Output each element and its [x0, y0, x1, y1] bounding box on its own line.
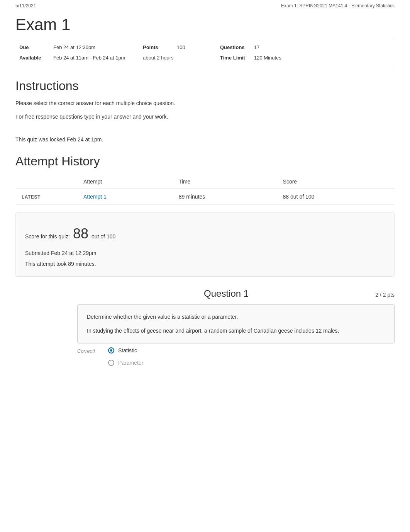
top-bar: 5/11/2021 Exam 1: SPRING2021.MA141.4 - E… — [0, 0, 410, 12]
attempt-score: 88 out of 100 — [277, 189, 395, 205]
quiz-locked: This quiz was locked Feb 24 at 1pm. — [15, 136, 395, 143]
col-header-attempt: Attempt — [77, 175, 173, 189]
about-time: about 2 hours — [143, 55, 220, 61]
attempt-link-cell[interactable]: Attempt 1 — [77, 189, 173, 205]
attempt-table: Attempt Time Score LATEST Attempt 1 89 m… — [15, 175, 395, 205]
answer-options: Statistic Parameter — [108, 347, 395, 372]
attempt-link[interactable]: Attempt 1 — [83, 194, 107, 200]
table-row: LATEST Attempt 1 89 minutes 88 out of 10… — [15, 189, 395, 205]
attempt-history-title: Attempt History — [15, 154, 395, 168]
timelimit-value: 120 Minutes — [254, 55, 391, 61]
due-label: Due — [19, 44, 50, 50]
timelimit-col: Time Limit 120 Minutes — [220, 55, 391, 61]
option-statistic-text: Statistic — [118, 347, 137, 354]
answer-area: Correct! Statistic Parameter — [77, 347, 395, 372]
due-value: Feb 24 at 12:30pm — [53, 44, 143, 50]
questions-label: Questions — [220, 44, 251, 50]
attempt-table-header: Attempt Time Score — [15, 175, 395, 189]
instructions-title: Instructions — [15, 79, 395, 93]
question-1-pts: 2 / 2 pts — [375, 292, 395, 298]
question-1-body1: Determine whether the given value is a s… — [87, 313, 385, 321]
page-content: Exam 1 Due Feb 24 at 12:30pm Points 100 … — [0, 12, 410, 388]
attempt-time: 89 minutes — [173, 189, 277, 205]
instructions-line1: Please select the correct answer for eac… — [15, 99, 395, 107]
col-header-score: Score — [277, 175, 395, 189]
score-took: This attempt took 89 minutes. — [25, 258, 385, 269]
col-header-time: Time — [173, 175, 277, 189]
instructions-line2: For free response questions type in your… — [15, 113, 395, 121]
available-value: Feb 24 at 11am - Feb 24 at 1pm — [53, 55, 143, 61]
question-1-body: Determine whether the given value is a s… — [77, 304, 395, 372]
top-date: 5/11/2021 — [15, 3, 36, 8]
score-main: Score for this quiz: 88 out of 100 — [25, 220, 385, 248]
top-course: Exam 1: SPRING2021.MA141.4 - Elementary … — [281, 3, 395, 8]
due-col: Due Feb 24 at 12:30pm — [19, 44, 143, 50]
available-label: Available — [19, 55, 50, 61]
questions-value: 17 — [254, 44, 391, 50]
correct-label: Correct! — [77, 347, 100, 354]
question-1-box: Determine whether the given value is a s… — [77, 304, 395, 343]
available-col: Available Feb 24 at 11am - Feb 24 at 1pm — [19, 55, 143, 61]
points-col: Points 100 — [143, 44, 220, 50]
attempt-history-section: Attempt History Attempt Time Score LATES… — [15, 154, 395, 205]
info-row-1: Due Feb 24 at 12:30pm Points 100 Questio… — [15, 42, 395, 53]
score-summary: Score for this quiz: 88 out of 100 Submi… — [15, 212, 395, 277]
option-parameter[interactable]: Parameter — [108, 360, 395, 366]
question-1-header: Question 1 2 / 2 pts — [15, 288, 395, 299]
score-out-of: out of 100 — [91, 231, 115, 242]
timelimit-label: Time Limit — [220, 55, 251, 61]
latest-label: LATEST — [15, 189, 77, 205]
points-label: Points — [143, 44, 174, 50]
exam-title: Exam 1 — [15, 15, 395, 34]
info-table: Due Feb 24 at 12:30pm Points 100 Questio… — [15, 38, 395, 67]
option-statistic[interactable]: Statistic — [108, 347, 395, 354]
score-number: 88 — [73, 220, 88, 248]
points-value: 100 — [177, 44, 220, 50]
question-1-section: Question 1 2 / 2 pts Determine whether t… — [15, 288, 395, 372]
info-row-2: Available Feb 24 at 11am - Feb 24 at 1pm… — [15, 53, 395, 63]
option-parameter-text: Parameter — [118, 360, 143, 366]
question-1-body2: In studying the effects of geese near an… — [87, 326, 385, 335]
instructions-section: Instructions Please select the correct a… — [15, 79, 395, 143]
score-submitted: Submitted Feb 24 at 12:29pm — [25, 248, 385, 258]
radio-statistic[interactable] — [108, 347, 114, 354]
col-header-empty — [15, 175, 77, 189]
question-1-title: Question 1 — [204, 288, 249, 299]
questions-col: Questions 17 — [220, 44, 391, 50]
radio-parameter[interactable] — [108, 360, 114, 366]
score-label: Score for this quiz: — [25, 231, 70, 242]
